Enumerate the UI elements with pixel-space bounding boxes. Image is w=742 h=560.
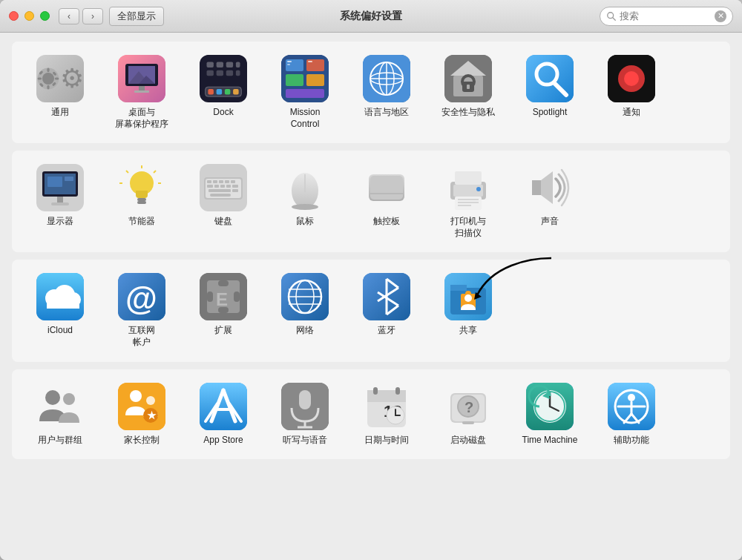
pref-language[interactable]: 语言与地区 [346, 52, 427, 122]
svg-rect-38 [306, 74, 324, 86]
svg-rect-37 [286, 74, 303, 86]
svg-rect-100 [455, 171, 482, 185]
svg-text:E: E [216, 289, 228, 309]
pref-parental[interactable]: ★ 家长控制 [101, 380, 183, 449]
section1-icons: 通用 [19, 52, 723, 133]
pref-internet[interactable]: @ 互联网 帐户 [101, 270, 183, 351]
pref-energy[interactable]: 节能器 [101, 161, 183, 231]
dock-label: Dock [213, 107, 233, 119]
keyboard-icon-img [200, 164, 247, 211]
pref-desktop[interactable]: 桌面与 屏幕保护程序 [101, 52, 183, 133]
svg-point-180 [628, 394, 635, 401]
pref-startup[interactable]: ? 启动磁盘 [427, 380, 509, 449]
nav-buttons: ‹ › [59, 8, 103, 24]
dictation-label: 听写与语音 [283, 435, 327, 447]
section2-icons: 显示器 [19, 161, 723, 242]
pref-security[interactable]: 安全性与隐私 [427, 52, 509, 122]
title-bar: ‹ › 全部显示 系统偏好设置 ✕ [0, 0, 742, 33]
pref-notification[interactable]: 通知 [591, 52, 672, 122]
svg-rect-85 [214, 185, 219, 188]
trackpad-label: 触控板 [373, 216, 400, 228]
mission-label: Mission Control [290, 107, 321, 130]
pref-datetime[interactable]: 18 日期与时间 [346, 380, 427, 449]
main-window: ‹ › 全部显示 系统偏好设置 ✕ [0, 0, 742, 560]
pref-network[interactable]: 网络 [264, 270, 346, 340]
svg-rect-24 [225, 89, 231, 95]
pref-sharing[interactable]: 共享 [427, 270, 509, 340]
svg-rect-119 [218, 280, 229, 286]
svg-rect-67 [65, 177, 73, 181]
forward-button[interactable]: › [82, 8, 103, 24]
spotlight-label: Spotlight [533, 107, 568, 119]
extensions-label: 扩展 [214, 325, 232, 337]
pref-users[interactable]: 用户与群组 [19, 380, 101, 449]
pref-spotlight[interactable]: Spotlight [509, 52, 591, 122]
search-box[interactable]: ✕ [600, 7, 733, 26]
maximize-button[interactable] [40, 11, 50, 21]
energy-icon-img [118, 164, 165, 211]
mouse-label: 鼠标 [296, 216, 314, 228]
pref-accessibility[interactable]: 辅助功能 [591, 380, 672, 449]
accessibility-icon-img [608, 383, 655, 430]
svg-rect-84 [207, 185, 213, 188]
mission-icon [281, 55, 329, 102]
svg-rect-91 [210, 194, 231, 197]
timemachine-label: Time Machine [522, 435, 578, 447]
search-clear-button[interactable]: ✕ [715, 10, 726, 22]
svg-rect-42 [308, 61, 312, 62]
pref-bluetooth[interactable]: 蓝牙 [346, 270, 427, 340]
display-icon-img [36, 164, 84, 211]
svg-rect-171 [462, 421, 474, 424]
pref-display[interactable]: 显示器 [19, 161, 101, 231]
section-internet: iCloud [12, 260, 730, 361]
search-input[interactable] [620, 10, 712, 22]
pref-printer[interactable]: 打印机与 扫描仪 [427, 161, 509, 242]
svg-rect-25 [233, 89, 239, 95]
pref-keyboard[interactable]: 键盘 [183, 161, 264, 231]
timemachine-icon-img [526, 383, 574, 430]
pref-dock[interactable]: Dock [183, 52, 264, 122]
svg-rect-81 [219, 180, 223, 183]
pref-trackpad[interactable]: 触控板 [346, 161, 427, 231]
back-button[interactable]: ‹ [59, 8, 79, 24]
pref-general[interactable]: 通用 [19, 52, 101, 122]
svg-point-140 [464, 294, 472, 302]
language-label: 语言与地区 [364, 107, 409, 119]
svg-rect-101 [455, 197, 482, 210]
svg-rect-89 [209, 189, 231, 192]
svg-rect-83 [231, 180, 235, 183]
sharing-label: 共享 [459, 325, 477, 337]
users-icon-img [36, 383, 84, 430]
svg-rect-19 [128, 66, 155, 84]
svg-text:@: @ [125, 280, 157, 317]
svg-rect-162 [395, 387, 400, 395]
pref-timemachine[interactable]: Time Machine [509, 380, 591, 449]
pref-sound[interactable]: 声音 [509, 161, 591, 231]
section3-icons: iCloud [19, 270, 723, 351]
pref-extensions[interactable]: E 扩展 [183, 270, 264, 340]
minimize-button[interactable] [24, 11, 34, 21]
desktop-label: 桌面与 屏幕保护程序 [115, 107, 168, 130]
close-button[interactable] [9, 11, 19, 21]
svg-rect-69 [137, 198, 146, 201]
show-all-button[interactable]: 全部显示 [109, 7, 164, 26]
svg-rect-156 [299, 390, 311, 409]
section-personal: 通用 [12, 42, 730, 143]
svg-point-143 [63, 393, 75, 405]
svg-rect-136 [450, 285, 467, 291]
pref-mouse[interactable]: 鼠标 [264, 161, 346, 231]
pref-icloud[interactable]: iCloud [19, 270, 101, 340]
pref-dictation[interactable]: 听写与语音 [264, 380, 346, 449]
svg-point-3 [42, 73, 54, 85]
section4-icons: 用户与群组 [19, 380, 723, 449]
svg-rect-18 [134, 90, 149, 93]
pref-mission[interactable]: Mission Control [264, 52, 346, 133]
svg-rect-66 [47, 177, 62, 187]
search-icon [606, 11, 617, 22]
pref-appstore[interactable]: App Store [183, 380, 264, 449]
svg-rect-82 [225, 180, 229, 183]
startup-icon-img: ? [444, 383, 492, 430]
svg-rect-22 [208, 89, 214, 95]
internet-label: 互联网 帐户 [128, 325, 155, 348]
svg-rect-23 [217, 89, 223, 95]
